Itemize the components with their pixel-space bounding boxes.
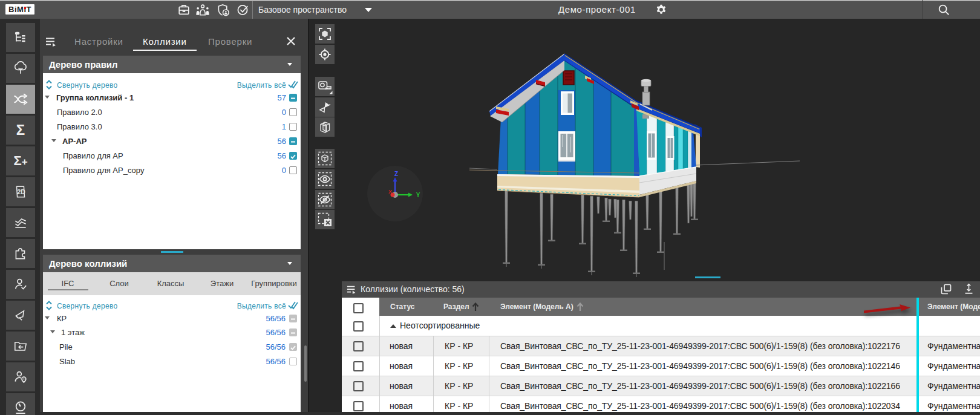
svg-text:2D: 2D <box>18 189 25 195</box>
svg-text:Y: Y <box>416 192 420 198</box>
svg-text:Z: Z <box>394 171 398 177</box>
